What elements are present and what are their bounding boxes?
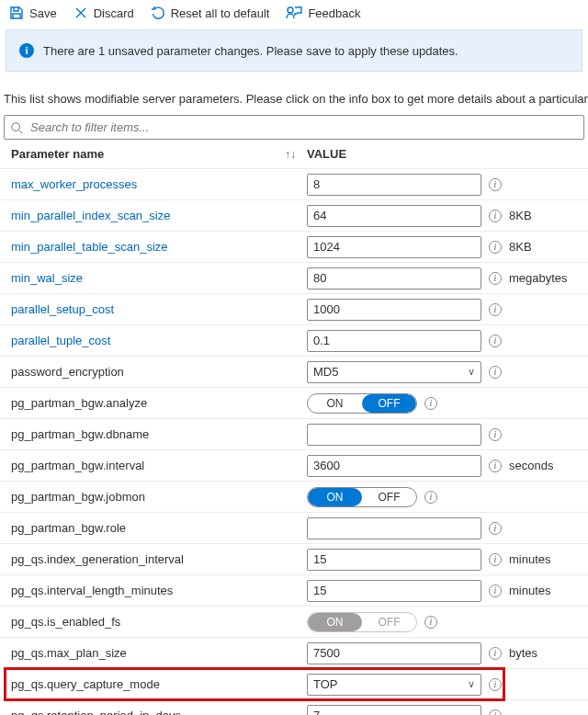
value-select[interactable]: MD5∨	[307, 361, 481, 383]
feedback-button[interactable]: Feedback	[286, 6, 360, 20]
parameter-name[interactable]: min_parallel_table_scan_size	[11, 240, 296, 254]
svg-point-1	[12, 122, 20, 131]
parameter-row: pg_qs.is_enabled_fsONOFFi	[0, 607, 588, 638]
parameter-row: pg_partman_bgw.dbnamei	[0, 419, 588, 450]
parameter-name: pg_qs.max_plan_size	[11, 646, 296, 660]
value-input[interactable]	[307, 517, 481, 539]
select-value: MD5	[313, 365, 338, 379]
info-icon[interactable]: i	[489, 678, 502, 691]
parameter-row: min_wal_size80imegabytes	[0, 263, 588, 294]
column-header-name[interactable]: Parameter name	[11, 147, 104, 161]
info-icon[interactable]: i	[489, 460, 502, 472]
toggle-on[interactable]: ON	[308, 488, 362, 506]
value-cell: 64i8KB	[296, 205, 584, 227]
info-icon[interactable]: i	[489, 241, 502, 254]
info-icon[interactable]: i	[424, 491, 437, 504]
unsaved-changes-notice: i There are 1 unsaved parameter changes.…	[6, 29, 582, 72]
value-input[interactable]: 15	[307, 580, 481, 602]
info-icon: i	[19, 43, 34, 58]
info-icon[interactable]: i	[489, 366, 502, 379]
value-select[interactable]: TOP∨	[307, 674, 481, 696]
value-input[interactable]: 7500	[307, 642, 481, 664]
parameter-row: pg_partman_bgw.interval3600iseconds	[0, 450, 588, 482]
value-input[interactable]: 8	[307, 174, 481, 196]
info-icon[interactable]: i	[489, 584, 502, 597]
info-icon[interactable]: i	[489, 553, 502, 566]
info-icon[interactable]: i	[489, 303, 502, 316]
save-icon	[9, 6, 24, 20]
parameter-name: pg_qs.interval_length_minutes	[11, 584, 296, 597]
unit-label: seconds	[509, 459, 553, 472]
parameter-row: pg_qs.query_capture_modeTOP∨i	[0, 669, 588, 700]
value-input[interactable]: 3600	[307, 455, 481, 477]
value-cell: i	[296, 424, 584, 446]
value-cell: i	[296, 517, 584, 539]
reset-icon	[151, 6, 165, 20]
unit-label: 8KB	[509, 240, 532, 254]
toggle-on[interactable]: ON	[308, 394, 362, 413]
value-cell: 15iminutes	[296, 580, 584, 602]
column-header-value[interactable]: VALUE	[307, 147, 346, 161]
info-icon[interactable]: i	[424, 616, 437, 629]
sort-icon[interactable]: ↑↓	[285, 148, 296, 161]
info-icon[interactable]: i	[489, 522, 502, 535]
notice-text: There are 1 unsaved parameter changes. P…	[43, 44, 458, 58]
value-input[interactable]: 15	[307, 549, 481, 571]
chevron-down-icon: ∨	[468, 366, 475, 378]
parameter-name[interactable]: min_wal_size	[11, 271, 296, 285]
unit-label: megabytes	[509, 271, 568, 285]
value-input[interactable]: 1000	[307, 299, 481, 321]
unit-label: bytes	[509, 646, 537, 660]
info-icon[interactable]: i	[424, 397, 437, 410]
parameter-name[interactable]: min_parallel_index_scan_size	[11, 209, 296, 222]
value-input[interactable]	[307, 424, 481, 446]
parameter-row: pg_qs.interval_length_minutes15iminutes	[0, 575, 588, 607]
info-icon[interactable]: i	[489, 647, 502, 660]
value-input[interactable]: 7	[307, 705, 481, 716]
value-cell: 15iminutes	[296, 549, 584, 571]
info-icon[interactable]: i	[489, 709, 502, 716]
search-input[interactable]	[28, 119, 578, 135]
toggle-on: ON	[308, 613, 362, 631]
chevron-down-icon: ∨	[468, 678, 475, 690]
parameter-row: pg_partman_bgw.jobmonONOFFi	[0, 482, 588, 513]
unit-label: minutes	[509, 552, 551, 566]
parameter-name: pg_partman_bgw.interval	[11, 459, 296, 472]
close-icon	[74, 6, 88, 20]
parameter-name[interactable]: parallel_tuple_cost	[11, 334, 296, 347]
parameter-name[interactable]: max_worker_processes	[11, 177, 296, 191]
value-input[interactable]: 64	[307, 205, 481, 227]
select-value: TOP	[313, 677, 338, 691]
discard-button[interactable]: Discard	[74, 6, 134, 20]
search-box[interactable]	[4, 115, 584, 140]
value-cell: 3600iseconds	[296, 455, 584, 477]
value-toggle[interactable]: ONOFF	[307, 393, 417, 414]
parameter-row: pg_partman_bgw.rolei	[0, 513, 588, 544]
description-text: This list shows modifiable server parame…	[0, 72, 588, 115]
parameter-row: min_parallel_table_scan_size1024i8KB	[0, 232, 588, 263]
value-cell: ONOFFi	[296, 393, 584, 414]
info-icon[interactable]: i	[489, 178, 502, 191]
toggle-off[interactable]: OFF	[362, 488, 416, 506]
save-button[interactable]: Save	[9, 6, 57, 20]
toggle-off[interactable]: OFF	[362, 394, 416, 413]
parameter-row: pg_partman_bgw.analyzeONOFFi	[0, 388, 588, 419]
reset-button[interactable]: Reset all to default	[151, 6, 270, 20]
info-icon[interactable]: i	[489, 335, 502, 347]
value-input[interactable]: 1024	[307, 236, 481, 258]
parameter-row: pg_qs.max_plan_size7500ibytes	[0, 638, 588, 669]
value-cell: 1024i8KB	[296, 236, 584, 258]
feedback-icon	[286, 6, 302, 20]
parameter-row: password_encryptionMD5∨i	[0, 357, 588, 388]
value-input[interactable]: 80	[307, 267, 481, 289]
unit-label: minutes	[509, 584, 551, 597]
parameter-name[interactable]: parallel_setup_cost	[11, 302, 296, 316]
value-cell: TOP∨i	[296, 674, 584, 696]
info-icon[interactable]: i	[489, 272, 502, 285]
info-icon[interactable]: i	[489, 428, 502, 441]
value-input[interactable]: 0.1	[307, 330, 481, 352]
info-icon[interactable]: i	[489, 210, 502, 222]
parameter-name: pg_qs.query_capture_mode	[11, 677, 296, 691]
parameter-name: pg_qs.is_enabled_fs	[11, 615, 296, 629]
value-toggle[interactable]: ONOFF	[307, 487, 417, 507]
